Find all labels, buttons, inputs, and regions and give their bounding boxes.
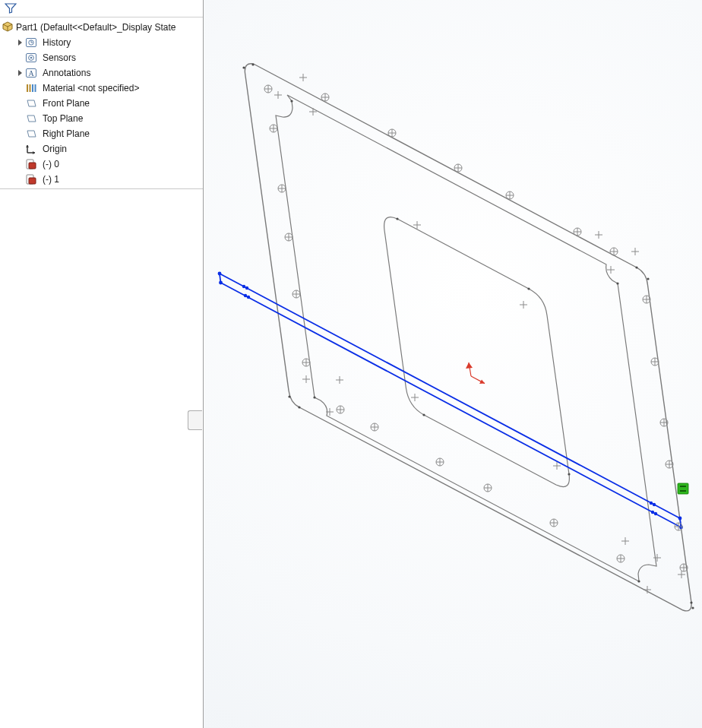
svg-point-33 [242, 66, 245, 68]
graphics-viewport[interactable] [204, 0, 702, 728]
svg-rect-16 [678, 483, 688, 494]
dxf-icon [24, 173, 38, 186]
svg-point-20 [635, 266, 637, 268]
dxf-icon [24, 157, 38, 171]
tree-item-label: Top Plane [41, 111, 84, 126]
svg-point-4 [218, 272, 222, 276]
svg-point-9 [245, 286, 248, 290]
plane-icon [24, 112, 38, 125]
tree-filter-bar[interactable] [0, 0, 203, 17]
origin-triad [466, 362, 485, 384]
tree-item-label: Right Plane [41, 126, 91, 141]
svg-marker-1 [479, 379, 485, 384]
history-icon [24, 36, 38, 49]
tree-item[interactable]: Material <not specified> [0, 81, 203, 96]
svg-point-25 [637, 580, 640, 582]
svg-point-26 [313, 396, 315, 398]
tree-item-label: Front Plane [41, 96, 91, 111]
sketch-points [242, 63, 694, 609]
tree-item-label: (-) 1 [41, 172, 61, 187]
tree-item-label: History [41, 35, 72, 50]
svg-point-15 [654, 512, 657, 515]
svg-point-10 [244, 294, 247, 297]
svg-point-30 [422, 413, 425, 416]
svg-point-12 [650, 502, 653, 505]
svg-point-23 [290, 100, 292, 102]
svg-point-5 [219, 281, 223, 285]
panel-collapse-tab[interactable] [188, 410, 202, 430]
svg-point-8 [242, 285, 245, 288]
tree-item[interactable]: Front Plane [0, 96, 203, 111]
sensors-icon [24, 51, 38, 65]
model-sketch-svg [204, 0, 702, 728]
part-icon [2, 21, 14, 35]
svg-point-14 [651, 511, 654, 514]
annotations-icon [24, 66, 38, 80]
svg-point-32 [691, 606, 694, 609]
tree-item-label: (-) 0 [41, 157, 61, 172]
tree-item[interactable]: (-) 1 [0, 172, 203, 187]
expand-arrow-icon[interactable] [15, 40, 24, 46]
tree-item[interactable]: Sensors [0, 50, 203, 65]
tree-item[interactable]: Annotations [0, 65, 203, 81]
tree-item[interactable]: Right Plane [0, 126, 203, 141]
svg-point-29 [568, 473, 570, 475]
svg-point-21 [690, 601, 692, 603]
tree-item-label: Origin [41, 141, 68, 157]
tree-item-label: Sensors [41, 50, 77, 65]
svg-point-11 [247, 296, 250, 299]
tree-item[interactable]: History [0, 35, 203, 50]
svg-point-19 [251, 63, 254, 65]
feature-tree-panel: Part1 (Default<<Default>_Display State H… [0, 0, 204, 728]
tree-root-label: Part1 (Default<<Default>_Display State [16, 22, 176, 33]
tree-root-item[interactable]: Part1 (Default<<Default>_Display State [0, 20, 203, 35]
tree-divider [0, 188, 203, 189]
plane-icon [24, 127, 38, 141]
tree-item-label: Material <not specified> [41, 81, 141, 96]
expand-arrow-icon[interactable] [15, 70, 24, 76]
app-root: Part1 (Default<<Default>_Display State H… [0, 0, 702, 728]
svg-point-6 [678, 517, 682, 521]
inner-frame-outline [276, 95, 656, 581]
center-window-outline [384, 217, 570, 487]
svg-point-28 [527, 287, 530, 290]
tree-item-label: Annotations [41, 65, 92, 81]
svg-point-27 [396, 217, 398, 220]
svg-point-34 [288, 395, 290, 397]
svg-point-13 [653, 503, 656, 506]
selected-sketch-strip [218, 272, 683, 530]
plane-icon [24, 97, 38, 110]
tree-item[interactable]: Origin [0, 141, 203, 157]
svg-point-24 [616, 282, 618, 284]
svg-marker-3 [466, 362, 473, 369]
material-icon [24, 81, 38, 95]
svg-point-22 [298, 406, 300, 408]
constraint-badge [678, 483, 688, 494]
outer-plate-outline [245, 64, 691, 611]
feature-tree[interactable]: Part1 (Default<<Default>_Display State H… [0, 17, 203, 189]
tree-item[interactable]: (-) 0 [0, 157, 203, 172]
origin-icon [24, 142, 38, 156]
svg-point-31 [647, 277, 649, 280]
tree-children-container: HistorySensorsAnnotationsMaterial <not s… [0, 35, 203, 187]
funnel-icon [5, 3, 17, 14]
tree-item[interactable]: Top Plane [0, 111, 203, 126]
